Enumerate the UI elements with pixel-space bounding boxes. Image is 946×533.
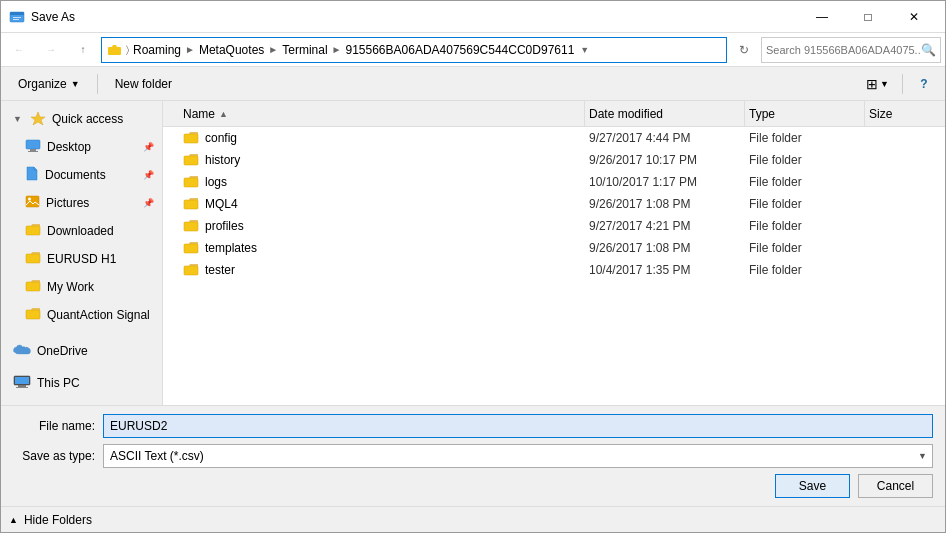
sidebar-item-mywork[interactable]: My Work: [1, 273, 162, 301]
title-bar: Save As — □ ✕: [1, 1, 945, 33]
forward-button[interactable]: →: [37, 37, 65, 63]
file-list: Name ▲ Date modified Type Size: [163, 101, 945, 405]
eurusd-icon: [25, 251, 41, 268]
search-icon: 🔍: [921, 43, 936, 57]
search-input[interactable]: [766, 44, 921, 56]
svg-marker-6: [31, 112, 45, 125]
up-button[interactable]: ↑: [69, 37, 97, 63]
svg-rect-25: [184, 134, 198, 143]
svg-rect-15: [26, 310, 40, 319]
svg-rect-4: [108, 47, 121, 55]
table-row[interactable]: logs 10/10/2017 1:17 PM File folder: [163, 171, 945, 193]
file-name: history: [205, 153, 240, 167]
help-button[interactable]: ?: [911, 71, 937, 97]
sidebar-mywork-label: My Work: [47, 280, 154, 294]
sidebar-item-thispc[interactable]: This PC: [1, 369, 162, 397]
svg-rect-3: [13, 19, 19, 20]
file-type: File folder: [745, 153, 865, 167]
file-name: tester: [205, 263, 235, 277]
new-folder-button[interactable]: New folder: [106, 71, 181, 97]
svg-rect-10: [26, 196, 39, 207]
table-row[interactable]: MQL4 9/26/2017 1:08 PM File folder: [163, 193, 945, 215]
file-date: 10/10/2017 1:17 PM: [585, 175, 745, 189]
maximize-button[interactable]: □: [845, 1, 891, 33]
sidebar-downloaded-label: Downloaded: [47, 224, 154, 238]
toolbar-separator: [97, 74, 98, 94]
col-name-label: Name: [183, 107, 215, 121]
search-box[interactable]: 🔍: [761, 37, 941, 63]
view-button[interactable]: ⊞ ▼: [861, 71, 894, 97]
file-date: 9/26/2017 1:08 PM: [585, 241, 745, 255]
col-name[interactable]: Name ▲: [179, 101, 585, 126]
filename-input[interactable]: [103, 414, 933, 438]
pin-icon-pictures: 📌: [143, 198, 154, 208]
sidebar-item-downloaded[interactable]: Downloaded: [1, 217, 162, 245]
file-type: File folder: [745, 175, 865, 189]
table-row[interactable]: templates 9/26/2017 1:08 PM File folder: [163, 237, 945, 259]
col-type[interactable]: Type: [745, 101, 865, 126]
sidebar-item-quantaction[interactable]: QuantAction Signal: [1, 301, 162, 329]
sidebar-item-documents[interactable]: Documents 📌: [1, 161, 162, 189]
svg-rect-12: [26, 226, 40, 235]
svg-point-11: [28, 198, 31, 201]
hide-folders-button[interactable]: ▲ Hide Folders: [9, 513, 92, 527]
address-path[interactable]: 〉 Roaming ► MetaQuotes ► Terminal ► 9155…: [101, 37, 727, 63]
minimize-button[interactable]: —: [799, 1, 845, 33]
file-type: File folder: [745, 263, 865, 277]
onedrive-icon: [13, 344, 31, 359]
sidebar-item-desktop[interactable]: Desktop 📌: [1, 133, 162, 161]
table-row[interactable]: profiles 9/27/2017 4:21 PM File folder: [163, 215, 945, 237]
svg-rect-27: [184, 178, 198, 187]
file-name: MQL4: [205, 197, 238, 211]
new-folder-label: New folder: [115, 77, 172, 91]
pin-icon-desktop: 📌: [143, 142, 154, 152]
svg-marker-5: [108, 45, 121, 47]
hide-folders-chevron: ▲: [9, 515, 18, 525]
sidebar-quick-access[interactable]: ▼ Quick access: [1, 105, 162, 133]
sidebar-item-onedrive[interactable]: OneDrive: [1, 337, 162, 365]
table-row[interactable]: config 9/27/2017 4:44 PM File folder: [163, 127, 945, 149]
help-icon: ?: [920, 77, 927, 91]
save-button[interactable]: Save: [775, 474, 850, 498]
col-date[interactable]: Date modified: [585, 101, 745, 126]
savetype-label: Save as type:: [13, 449, 103, 463]
sidebar-documents-label: Documents: [45, 168, 137, 182]
thispc-icon: [13, 375, 31, 392]
svg-rect-8: [30, 149, 36, 151]
file-date: 10/4/2017 1:35 PM: [585, 263, 745, 277]
organize-button[interactable]: Organize ▼: [9, 71, 89, 97]
cancel-button[interactable]: Cancel: [858, 474, 933, 498]
downloaded-icon: [25, 223, 41, 240]
documents-icon: [25, 166, 39, 184]
table-row[interactable]: tester 10/4/2017 1:35 PM File folder: [163, 259, 945, 281]
file-type: File folder: [745, 241, 865, 255]
dialog-title: Save As: [31, 10, 799, 24]
savetype-select[interactable]: ASCII Text (*.csv): [103, 444, 933, 468]
file-date: 9/26/2017 10:17 PM: [585, 153, 745, 167]
refresh-button[interactable]: ↻: [731, 37, 757, 63]
svg-rect-7: [26, 140, 40, 149]
pictures-icon: [25, 195, 40, 211]
sidebar-item-pictures[interactable]: Pictures 📌: [1, 189, 162, 217]
mywork-icon: [25, 279, 41, 296]
sidebar-item-eurusd[interactable]: EURUSD H1: [1, 245, 162, 273]
file-name: config: [205, 131, 237, 145]
dialog-icon: [9, 9, 25, 25]
close-button[interactable]: ✕: [891, 1, 937, 33]
quick-access-icon: [30, 111, 46, 128]
svg-rect-26: [184, 156, 198, 165]
quick-access-expand-icon: ▼: [13, 114, 22, 124]
file-type: File folder: [745, 131, 865, 145]
col-size[interactable]: Size: [865, 101, 945, 126]
back-button[interactable]: ←: [5, 37, 33, 63]
table-row[interactable]: history 9/26/2017 10:17 PM File folder: [163, 149, 945, 171]
toolbar: Organize ▼ New folder ⊞ ▼ ?: [1, 67, 945, 101]
col-date-label: Date modified: [589, 107, 663, 121]
view-chevron: ▼: [880, 79, 889, 89]
svg-rect-14: [26, 282, 40, 291]
svg-rect-1: [10, 12, 24, 15]
organize-label: Organize: [18, 77, 67, 91]
organize-chevron: ▼: [71, 79, 80, 89]
cancel-btn-label: Cancel: [877, 479, 914, 493]
file-rows-container: config 9/27/2017 4:44 PM File folder his…: [163, 127, 945, 281]
